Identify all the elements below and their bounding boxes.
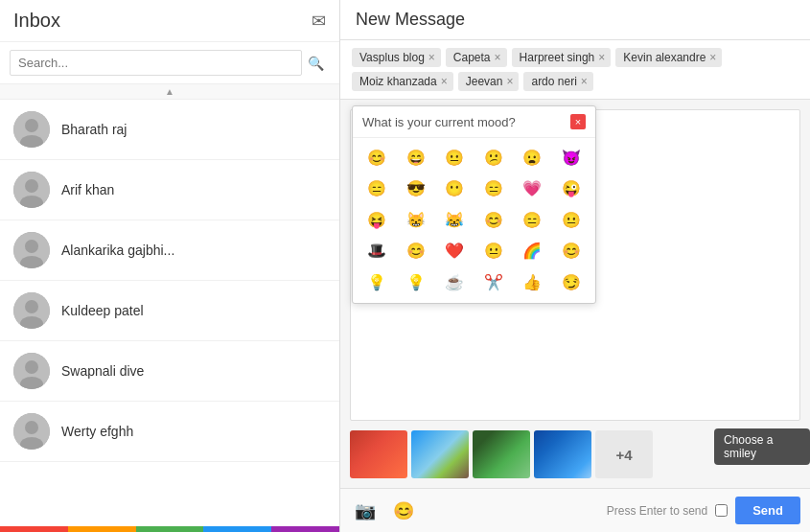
search-input[interactable]: [10, 50, 302, 76]
contact-item[interactable]: Werty efghh: [0, 402, 339, 462]
mood-popup-header: What is your current mood? ×: [353, 106, 595, 138]
contact-name: Arif khan: [61, 182, 114, 197]
emoji-button[interactable]: 😊: [398, 237, 435, 266]
emoji-button[interactable]: 😐: [553, 206, 590, 235]
emoji-button[interactable]: 😜: [553, 174, 590, 203]
sidebar-title: Inbox: [13, 10, 60, 32]
recipient-remove-button[interactable]: ×: [709, 52, 716, 63]
contact-item[interactable]: Swapnali dive: [0, 341, 339, 402]
emoji-button[interactable]: 😎: [398, 174, 435, 203]
recipient-label: Capeta: [453, 51, 491, 64]
compose-toolbar: 📷 😊 Press Enter to send Send: [340, 488, 810, 532]
avatar: [13, 111, 50, 148]
mood-close-button[interactable]: ×: [570, 114, 586, 129]
emoji-button[interactable]: 😸: [398, 206, 435, 235]
svg-point-7: [25, 240, 38, 253]
emoji-button[interactable]: 👍: [514, 268, 551, 297]
recipient-remove-button[interactable]: ×: [506, 76, 513, 87]
emoji-button[interactable]: 😊: [475, 206, 513, 235]
attachment-thumb-2[interactable]: [411, 430, 469, 478]
recipient-tag: ardo neri×: [523, 72, 592, 91]
emoji-grid: 😊😄😐😕😦😈😑😎😶😑💗😜😝😸😹😊😑😐🎩😊❤️😐🌈😊💡💡☕✂️👍😏: [353, 138, 595, 303]
contact-name: Swapnali dive: [61, 363, 144, 379]
recipient-remove-button[interactable]: ×: [495, 52, 501, 63]
bottom-color-bar: [0, 526, 339, 532]
recipient-tag: Moiz khanzada×: [352, 72, 453, 91]
emoji-button[interactable]: 💗: [514, 174, 551, 203]
recipient-tag: Vasplus blog×: [352, 48, 441, 67]
recipient-remove-button[interactable]: ×: [441, 76, 448, 87]
emoji-button[interactable]: 😄: [398, 144, 435, 173]
emoji-button[interactable]: 🎩: [359, 237, 396, 266]
emoji-button[interactable]: ❤️: [436, 237, 474, 266]
emoji-button[interactable]: 😊: [359, 144, 396, 173]
contact-item[interactable]: Alankarika gajbhi...: [0, 220, 339, 281]
attachments-row: +4: [350, 430, 800, 478]
main-title: New Message: [356, 10, 465, 29]
bottom-bar-segment: [271, 526, 339, 532]
avatar: [13, 292, 50, 329]
recipient-tag: Capeta×: [446, 48, 507, 67]
recipient-tag: Harpreet singh×: [512, 48, 612, 67]
bottom-bar-segment: [68, 526, 136, 532]
smiley-button[interactable]: 😊: [388, 497, 419, 524]
contact-name: Kuldeep patel: [61, 303, 144, 318]
avatar: [13, 413, 50, 450]
emoji-button[interactable]: 😕: [475, 144, 513, 173]
avatar: [13, 232, 50, 268]
press-enter-label: Press Enter to send: [607, 504, 707, 518]
emoji-button[interactable]: 😐: [475, 237, 513, 266]
emoji-button[interactable]: 😦: [514, 144, 551, 173]
svg-point-16: [25, 421, 38, 434]
emoji-button[interactable]: 😐: [436, 144, 474, 173]
emoji-button[interactable]: 😝: [359, 206, 396, 235]
recipient-remove-button[interactable]: ×: [598, 52, 605, 63]
recipient-label: Harpreet singh: [520, 51, 595, 64]
emoji-button[interactable]: 😑: [475, 174, 513, 203]
press-enter-checkbox[interactable]: [715, 504, 728, 517]
contact-name: Bharath raj: [61, 122, 127, 137]
scroll-up-indicator: ▲: [0, 84, 339, 100]
recipient-label: Kevin alexandre: [623, 51, 706, 64]
main-header: New Message: [340, 0, 810, 40]
contact-item[interactable]: Kuldeep patel: [0, 281, 339, 341]
send-button[interactable]: Send: [735, 497, 800, 524]
attachment-thumb-1[interactable]: [350, 430, 407, 478]
svg-point-1: [25, 119, 38, 132]
emoji-button[interactable]: 😏: [553, 268, 590, 297]
recipient-remove-button[interactable]: ×: [428, 52, 435, 63]
bottom-bar-segment: [203, 526, 271, 532]
emoji-button[interactable]: 💡: [359, 268, 396, 297]
recipient-label: ardo neri: [531, 75, 576, 88]
recipient-remove-button[interactable]: ×: [581, 76, 588, 87]
emoji-button[interactable]: 😊: [553, 237, 590, 266]
emoji-button[interactable]: 😑: [359, 174, 396, 203]
attach-photo-button[interactable]: 📷: [350, 497, 381, 524]
emoji-button[interactable]: 💡: [398, 268, 435, 297]
bottom-bar-segment: [136, 526, 204, 532]
avatar: [13, 353, 50, 389]
bottom-bar-segment: [0, 526, 68, 532]
recipient-label: Vasplus blog: [359, 51, 425, 64]
mail-icon: ✉: [312, 11, 326, 32]
emoji-button[interactable]: ☕: [436, 268, 474, 297]
svg-point-10: [25, 300, 38, 313]
more-attachments-button[interactable]: +4: [595, 430, 653, 478]
emoji-button[interactable]: 😑: [514, 206, 551, 235]
mood-popup: What is your current mood? × 😊😄😐😕😦😈😑😎😶😑💗…: [352, 105, 596, 304]
sidebar-header: Inbox ✉: [0, 0, 339, 42]
emoji-button[interactable]: 🌈: [514, 237, 551, 266]
recipient-label: Moiz khanzada: [359, 75, 437, 88]
attachment-thumb-4[interactable]: [534, 430, 591, 478]
emoji-button[interactable]: 😈: [553, 144, 590, 173]
search-button[interactable]: 🔍: [302, 52, 330, 75]
emoji-button[interactable]: 😹: [436, 206, 474, 235]
svg-point-4: [25, 179, 38, 193]
emoji-button[interactable]: ✂️: [475, 268, 513, 297]
contact-item[interactable]: Arif khan: [0, 160, 339, 220]
contact-item[interactable]: Bharath raj: [0, 100, 339, 160]
recipients-area: Vasplus blog×Capeta×Harpreet singh×Kevin…: [340, 40, 810, 100]
attachment-thumb-3[interactable]: [473, 430, 530, 478]
contact-name: Werty efghh: [61, 424, 133, 439]
emoji-button[interactable]: 😶: [436, 174, 474, 203]
